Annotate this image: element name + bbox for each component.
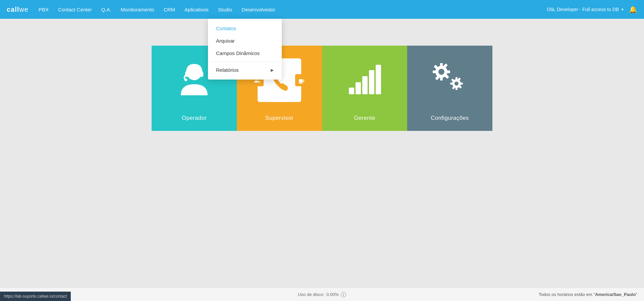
nav-item-qa[interactable]: Q.A.: [101, 5, 111, 14]
info-icon[interactable]: i: [341, 292, 346, 297]
svg-point-24: [454, 82, 459, 86]
svg-rect-8: [349, 88, 354, 94]
svg-rect-18: [433, 70, 437, 73]
tile-gerente-label: Gerente: [354, 115, 375, 121]
tile-gerente[interactable]: Gerente: [322, 46, 407, 131]
svg-rect-12: [376, 65, 381, 94]
timezone-suffix: ": [636, 292, 637, 297]
logo-call: call: [7, 6, 19, 13]
nav-items: PBX Contact Center Q.A. Monitoramento CR…: [39, 5, 547, 14]
navbar: callwe PBX Contact Center Q.A. Monitoram…: [0, 0, 644, 19]
nav-user-label: Olá, Developer - Full access to DB: [547, 7, 619, 12]
svg-rect-6: [299, 79, 303, 83]
dropdown-item-campos-dinamicos[interactable]: Campos Dinâmicos: [208, 47, 282, 59]
nav-item-aplicativos[interactable]: Aplicativos: [184, 5, 209, 14]
svg-point-14: [438, 69, 444, 75]
svg-rect-9: [356, 82, 361, 94]
nav-right: Olá, Developer - Full access to DB ▼ 🔔: [547, 5, 637, 13]
tile-configuracoes-icon-area: [407, 46, 492, 115]
chevron-down-icon: ▼: [621, 8, 624, 11]
svg-rect-1: [185, 71, 189, 77]
nav-item-crm[interactable]: CRM: [164, 5, 175, 14]
nav-item-contact-center[interactable]: Contact Center: [58, 5, 92, 14]
nav-item-studio[interactable]: Studio: [218, 5, 232, 14]
timezone-prefix: Todos os horários estão em ": [539, 292, 595, 297]
tile-operador-label: Operador: [182, 115, 207, 121]
relatorios-label: Relatórios: [216, 67, 239, 73]
svg-point-3: [184, 79, 187, 81]
svg-rect-10: [362, 76, 368, 94]
dropdown-divider: [208, 61, 282, 62]
logo[interactable]: callwe: [7, 5, 29, 14]
svg-rect-25: [455, 77, 458, 80]
main-content: Operador: [0, 19, 644, 131]
tile-configuracoes-label: Configurações: [431, 115, 469, 121]
footer-timezone: Todos os horários estão em "America/Sao_…: [539, 292, 637, 297]
logo-we: we: [19, 6, 29, 13]
nav-item-monitoramento[interactable]: Monitoramento: [121, 5, 154, 14]
dropdown-item-relatorios[interactable]: Relatórios ▶: [208, 64, 282, 76]
tile-configuracoes[interactable]: Configurações: [407, 46, 492, 131]
tile-gerente-icon-area: [322, 46, 407, 115]
svg-rect-17: [446, 70, 450, 73]
svg-rect-11: [369, 70, 374, 94]
nav-item-desenvolvedor[interactable]: Desenvolvedor: [241, 5, 275, 14]
nav-user[interactable]: Olá, Developer - Full access to DB ▼: [547, 7, 624, 12]
settings-gears-icon: [430, 62, 470, 99]
svg-rect-26: [455, 87, 458, 90]
tile-supervisor-label: Supervisor: [265, 115, 293, 121]
nav-item-pbx[interactable]: PBX: [39, 5, 49, 14]
chart-bars-icon: [346, 63, 383, 97]
footer: https://lab-suporte.callwe.io/contact Us…: [0, 288, 644, 301]
disk-usage: Uso de disco: 0.00% i: [298, 292, 346, 297]
disk-label: Uso de disco:: [298, 292, 324, 297]
svg-rect-15: [440, 63, 443, 67]
svg-rect-16: [440, 77, 443, 81]
tiles-grid: Operador: [152, 46, 492, 131]
dropdown-item-contatos[interactable]: Contatos: [208, 22, 282, 35]
svg-rect-7: [299, 83, 303, 84]
dropdown-item-arquivar[interactable]: Arquivar: [208, 35, 282, 47]
disk-value: 0.00%: [326, 292, 339, 297]
svg-rect-2: [200, 71, 203, 77]
crm-dropdown: Contatos Arquivar Campos Dinâmicos Relat…: [208, 19, 282, 80]
bell-icon[interactable]: 🔔: [629, 5, 637, 13]
svg-rect-28: [450, 83, 453, 85]
footer-url: https://lab-suporte.callwe.io/contact: [0, 292, 71, 301]
submenu-arrow-icon: ▶: [271, 68, 274, 72]
footer-url-label: https://lab-suporte.callwe.io/contact: [4, 294, 67, 299]
supervisor-right-icon: [295, 74, 307, 86]
svg-rect-27: [460, 83, 463, 85]
timezone-value: America/Sao_Paulo: [595, 292, 636, 297]
